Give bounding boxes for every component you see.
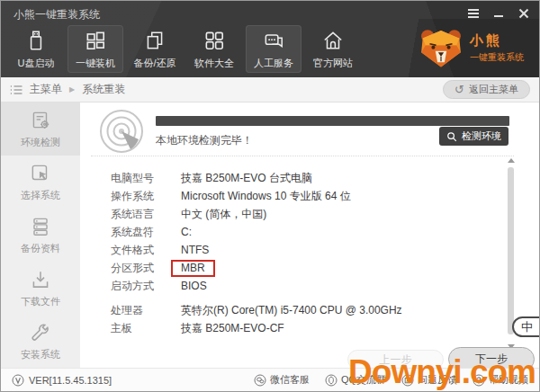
sidebar-item-label: 备份资料 <box>21 242 60 255</box>
bear-logo-icon <box>418 27 464 69</box>
spec-label: 主板 <box>111 321 181 336</box>
spec-label: 系统盘符 <box>111 225 181 240</box>
toolbar-item-backup-restore[interactable]: 备份/还原 <box>127 25 183 73</box>
link-label: 微信客服 <box>270 373 310 387</box>
table-row: 处理器 英特尔(R) Core(TM) i5-7400 CPU @ 3.00GH… <box>111 301 402 319</box>
sidebar-item-label: 安装系统 <box>21 348 60 361</box>
detect-environment-button[interactable]: 检测环境 <box>439 127 508 146</box>
help-video-link[interactable]: 帮助视频 <box>472 373 528 387</box>
back-button-label: 返回主菜单 <box>469 83 518 96</box>
minimize-button[interactable] <box>490 7 507 20</box>
backup-restore-icon <box>143 29 166 52</box>
feedback-link[interactable]: 问题反馈 <box>401 373 457 387</box>
breadcrumb-root[interactable]: 主菜单 <box>30 82 62 97</box>
brand: 小熊 一键重装系统 <box>404 19 539 77</box>
main-panel: 本地环境检测完毕！ 检测环境 电脑型号 技嘉 B250M-EVO 台式电脑 操作… <box>80 102 539 368</box>
status-bar: VER[11.5.45.1315] 微信客服 QQ交流群 问题反馈 <box>1 368 539 391</box>
minimize-icon <box>493 8 504 19</box>
scroll-up-icon[interactable] <box>508 158 515 163</box>
close-button[interactable] <box>516 7 532 20</box>
table-row: 电脑型号 技嘉 B250M-EVO 台式电脑 <box>111 169 402 187</box>
table-row-partition-highlighted: 分区形式 MBR <box>111 259 402 277</box>
wechat-icon <box>254 374 266 387</box>
radar-logo-icon <box>98 108 145 155</box>
breadcrumb: 主菜单 ▶ 系统重装 ↺ 返回主菜单 <box>1 77 539 102</box>
sidebar-item-backup-data[interactable]: 备份资料 <box>1 209 80 262</box>
detect-button-label: 检测环境 <box>462 129 501 143</box>
spec-label: 文件格式 <box>111 243 181 258</box>
dotted-divider <box>91 156 514 156</box>
modules-icon <box>84 29 107 52</box>
table-row: 系统语言 中文 (简体，中国) <box>111 205 402 223</box>
table-row: 操作系统 Microsoft Windows 10 专业版 64 位 <box>111 187 402 205</box>
menu-button[interactable] <box>465 7 482 20</box>
version-icon <box>12 374 24 387</box>
window-controls <box>465 7 532 20</box>
spec-value: 英特尔(R) Core(TM) i5-7400 CPU @ 3.00GHz <box>181 303 402 318</box>
sidebar-item-label: 环境检测 <box>21 136 60 149</box>
brand-name: 小熊 <box>470 32 524 49</box>
table-row: 启动方式 BIOS <box>111 277 402 295</box>
breadcrumb-current: 系统重装 <box>82 82 125 97</box>
toolbar-item-human-service[interactable]: 人工服务 <box>246 25 302 73</box>
toolbar-item-label: 人工服务 <box>254 57 293 70</box>
header: 小熊一键重装系统 U盘启动 一键装机 <box>1 1 539 77</box>
menu-list-icon <box>10 85 22 95</box>
home-icon <box>321 29 345 52</box>
brand-subtitle: 一键重装系统 <box>470 51 524 64</box>
scrollbar-thumb[interactable] <box>508 167 514 334</box>
qq-group-link[interactable]: QQ交流群 <box>325 373 386 387</box>
close-icon <box>518 8 529 19</box>
back-to-main-menu-button[interactable]: ↺ 返回主菜单 <box>443 80 530 99</box>
spec-value: BIOS <box>181 280 207 292</box>
hamburger-icon <box>467 8 480 19</box>
spec-table: 电脑型号 技嘉 B250M-EVO 台式电脑 操作系统 Microsoft Wi… <box>111 169 402 337</box>
wrench-icon <box>29 321 52 344</box>
app-window: 小熊一键重装系统 U盘启动 一键装机 <box>0 0 540 392</box>
spec-label: 操作系统 <box>111 189 181 204</box>
back-arrow-icon: ↺ <box>454 84 464 95</box>
wechat-service-link[interactable]: 微信客服 <box>254 373 310 387</box>
sidebar-item-install-system[interactable]: 安装系统 <box>1 315 80 368</box>
spec-value: C: <box>181 226 192 238</box>
feedback-icon <box>401 374 414 387</box>
toolbar-item-label: U盘启动 <box>18 57 55 70</box>
link-label: 帮助视频 <box>489 373 528 387</box>
statusbar-links: 微信客服 QQ交流群 问题反馈 帮助视频 <box>254 373 528 387</box>
table-row: 主板 技嘉 B250M-EVO-CF <box>111 319 402 337</box>
link-label: QQ交流群 <box>341 373 386 387</box>
table-row: 系统盘符 C: <box>111 223 402 241</box>
sidebar-item-label: 下载文件 <box>21 295 60 308</box>
breadcrumb-separator-icon: ▶ <box>69 85 75 94</box>
spec-value-highlighted: MBR <box>171 260 215 277</box>
server-stack-icon <box>29 215 52 238</box>
spec-value: NTFS <box>181 244 209 256</box>
sidebar-item-env-check[interactable]: 环境检测 <box>1 102 80 156</box>
toolbar-item-software-collection[interactable]: 软件大全 <box>186 25 242 73</box>
toolbar-item-official-website[interactable]: 官方网站 <box>305 25 361 73</box>
spec-label: 启动方式 <box>111 279 181 294</box>
spec-label: 处理器 <box>111 303 181 318</box>
window-title: 小熊一键重装系统 <box>14 7 100 22</box>
prev-step-button[interactable]: 上一步 <box>347 350 444 370</box>
spec-label: 电脑型号 <box>111 171 181 186</box>
toolbar-item-label: 软件大全 <box>194 57 234 70</box>
toolbar-item-one-click-install[interactable]: 一键装机 <box>68 25 123 73</box>
document-gear-icon <box>29 109 52 132</box>
toolbar-item-usb-boot[interactable]: U盘启动 <box>8 25 64 73</box>
version-info: VER[11.5.45.1315] <box>12 374 112 387</box>
sidebar-item-label: 选择系统 <box>21 189 60 202</box>
spec-value: Microsoft Windows 10 专业版 64 位 <box>181 189 351 204</box>
brand-text: 小熊 一键重装系统 <box>470 32 524 64</box>
floating-badge[interactable]: 中 <box>512 316 540 337</box>
table-row: 文件格式 NTFS <box>111 241 402 259</box>
qq-icon <box>325 374 338 387</box>
detect-status-text: 本地环境检测完毕！ <box>156 133 253 148</box>
search-icon <box>446 131 457 142</box>
sidebar: 环境检测 选择系统 备份资料 下载文件 安装系统 <box>1 102 80 368</box>
sidebar-item-select-system[interactable]: 选择系统 <box>1 156 80 209</box>
sidebar-item-download-files[interactable]: 下载文件 <box>1 262 80 315</box>
toolbar-item-label: 备份/还原 <box>133 57 176 70</box>
spec-value: 技嘉 B250M-EVO 台式电脑 <box>181 171 312 186</box>
download-icon <box>29 268 52 291</box>
